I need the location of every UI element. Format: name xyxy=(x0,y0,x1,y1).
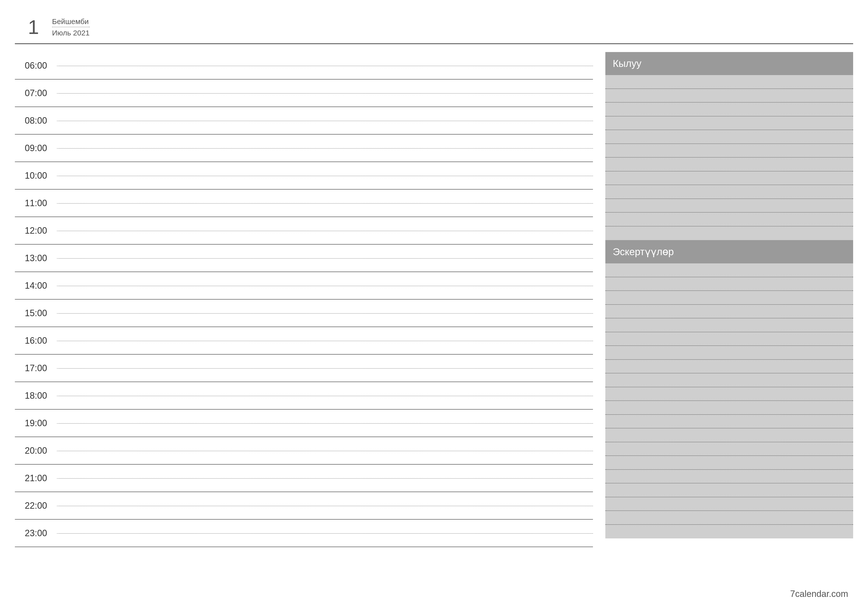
notes-line xyxy=(605,264,853,277)
hour-row: 16:00 xyxy=(15,327,593,355)
schedule-column: 06:0007:0008:0009:0010:0011:0012:0013:00… xyxy=(15,52,593,547)
todo-body xyxy=(605,75,853,240)
hour-label: 11:00 xyxy=(15,198,57,208)
notes-line xyxy=(605,360,853,374)
notes-line xyxy=(605,525,853,539)
hour-row: 10:00 xyxy=(15,162,593,189)
hour-label: 09:00 xyxy=(15,143,57,154)
todo-line xyxy=(605,212,853,226)
notes-line xyxy=(605,305,853,319)
notes-line xyxy=(605,442,853,456)
hour-label: 19:00 xyxy=(15,418,57,428)
hour-label: 17:00 xyxy=(15,363,57,374)
hour-label: 18:00 xyxy=(15,391,57,401)
hour-writing-line xyxy=(57,506,593,506)
notes-line xyxy=(605,511,853,525)
hour-label: 07:00 xyxy=(15,88,57,98)
hour-writing-line xyxy=(57,203,593,204)
hour-label: 23:00 xyxy=(15,528,57,538)
todo-line xyxy=(605,172,853,185)
todo-line xyxy=(605,226,853,240)
notes-panel: Эскертүүлөр xyxy=(605,240,853,538)
hour-writing-line xyxy=(57,176,593,176)
hour-label: 20:00 xyxy=(15,445,57,456)
todo-line xyxy=(605,75,853,89)
hour-row: 06:00 xyxy=(15,52,593,79)
hour-writing-line xyxy=(57,231,593,231)
todo-line xyxy=(605,185,853,199)
notes-line xyxy=(605,470,853,484)
hour-row: 12:00 xyxy=(15,217,593,245)
hour-row: 07:00 xyxy=(15,79,593,107)
todo-panel: Кылуу xyxy=(605,52,853,240)
hour-row: 21:00 xyxy=(15,465,593,492)
todo-line xyxy=(605,130,853,144)
day-name: Бейшемби xyxy=(52,17,90,27)
notes-line xyxy=(605,332,853,346)
notes-line xyxy=(605,401,853,415)
hour-label: 13:00 xyxy=(15,253,57,264)
hour-writing-line xyxy=(57,93,593,94)
notes-line xyxy=(605,484,853,497)
notes-line xyxy=(605,428,853,442)
hour-writing-line xyxy=(57,368,593,369)
planner-header: 1 Бейшемби Июль 2021 xyxy=(15,17,853,44)
hour-writing-line xyxy=(57,478,593,479)
day-meta: Бейшемби Июль 2021 xyxy=(52,17,90,37)
hour-row: 13:00 xyxy=(15,245,593,272)
hour-label: 10:00 xyxy=(15,171,57,181)
hour-writing-line xyxy=(57,423,593,424)
hour-writing-line xyxy=(57,533,593,534)
hour-writing-line xyxy=(57,341,593,341)
hour-row: 08:00 xyxy=(15,107,593,135)
hour-row: 09:00 xyxy=(15,135,593,162)
hour-row: 11:00 xyxy=(15,189,593,217)
notes-line xyxy=(605,346,853,360)
notes-line xyxy=(605,456,853,470)
notes-body xyxy=(605,264,853,538)
hour-row: 22:00 xyxy=(15,492,593,519)
hour-writing-line xyxy=(57,286,593,286)
hour-row: 20:00 xyxy=(15,437,593,465)
hour-row: 23:00 xyxy=(15,519,593,547)
todo-line xyxy=(605,102,853,116)
hour-row: 18:00 xyxy=(15,382,593,409)
hour-writing-line xyxy=(57,313,593,314)
planner-content: 06:0007:0008:0009:0010:0011:0012:0013:00… xyxy=(15,52,853,547)
hour-label: 06:00 xyxy=(15,60,57,71)
hour-row: 15:00 xyxy=(15,299,593,327)
notes-title: Эскертүүлөр xyxy=(605,240,853,264)
notes-line xyxy=(605,277,853,291)
hour-writing-line xyxy=(57,121,593,121)
hour-label: 08:00 xyxy=(15,115,57,126)
hour-label: 16:00 xyxy=(15,335,57,346)
hour-writing-line xyxy=(57,258,593,259)
sidebar-column: Кылуу Эскертүүлөр xyxy=(605,52,853,547)
todo-title: Кылуу xyxy=(605,52,853,75)
notes-line xyxy=(605,318,853,332)
todo-line xyxy=(605,144,853,158)
footer-site: 7calendar.com xyxy=(790,589,848,599)
todo-line xyxy=(605,199,853,213)
hour-label: 14:00 xyxy=(15,281,57,291)
day-number: 1 xyxy=(15,17,52,37)
notes-line xyxy=(605,415,853,429)
notes-line xyxy=(605,374,853,387)
hour-label: 22:00 xyxy=(15,501,57,511)
hour-label: 15:00 xyxy=(15,308,57,318)
month-year: Июль 2021 xyxy=(52,28,90,37)
notes-line xyxy=(605,497,853,511)
todo-line xyxy=(605,116,853,130)
todo-line xyxy=(605,158,853,172)
hour-writing-line xyxy=(57,148,593,149)
hour-label: 12:00 xyxy=(15,225,57,236)
hour-row: 19:00 xyxy=(15,409,593,437)
hour-row: 14:00 xyxy=(15,272,593,299)
hour-writing-line xyxy=(57,451,593,451)
notes-line xyxy=(605,387,853,401)
todo-line xyxy=(605,89,853,103)
hour-writing-line xyxy=(57,396,593,396)
notes-line xyxy=(605,291,853,305)
hour-writing-line xyxy=(57,66,593,66)
hour-row: 17:00 xyxy=(15,355,593,382)
